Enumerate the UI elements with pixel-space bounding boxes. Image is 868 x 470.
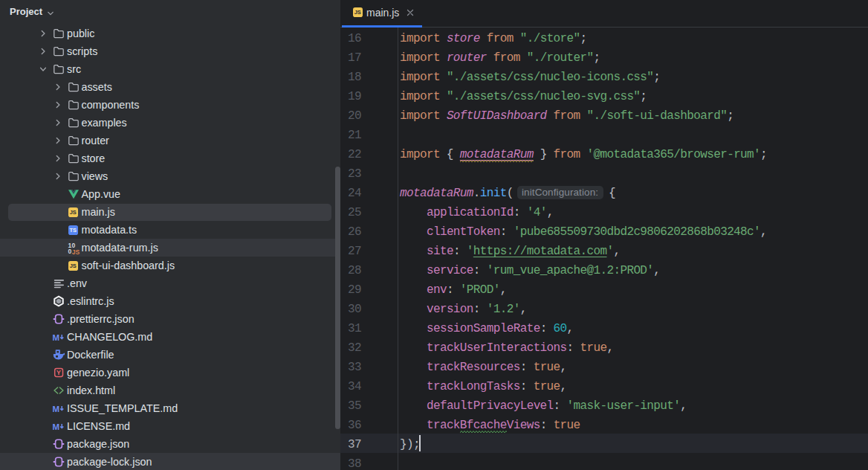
- svg-text:Y: Y: [56, 368, 62, 376]
